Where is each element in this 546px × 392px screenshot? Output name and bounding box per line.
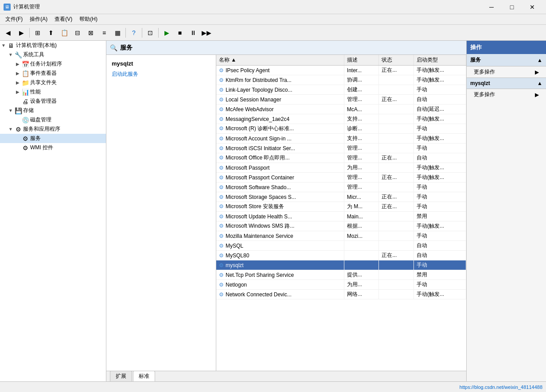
table-row[interactable]: ⚙Microsoft Office 即点即用...管理...正在...自动 [216, 153, 466, 163]
pause-service-button[interactable]: ⏸ [187, 27, 199, 39]
table-row[interactable]: ⚙Microsoft Account Sign-in ...支持...手动(触发… [216, 134, 466, 144]
tab-standard[interactable]: 标准 [133, 371, 155, 381]
tree-item-device-mgr[interactable]: 🖨 设备管理器 [0, 97, 106, 106]
table-row[interactable]: ⚙Microsoft iSCSI Initiator Ser...管理...手动 [216, 144, 466, 153]
restart-service-button[interactable]: ▶▶ [200, 27, 213, 39]
menu-help[interactable]: 帮助(H) [76, 15, 101, 24]
detail-button[interactable]: ▦ [111, 27, 124, 39]
tree-item-task-scheduler[interactable]: ▶ 📅 任务计划程序 [0, 59, 106, 69]
table-row[interactable]: ⚙Net.Tcp Port Sharing Service提供...禁用 [216, 270, 466, 280]
tree-item-services-apps[interactable]: ▼ ⚙ 服务和应用程序 [0, 124, 106, 134]
tree-item-services[interactable]: ⚙ 服务 [0, 134, 106, 143]
table-row[interactable]: ⚙Microsoft Software Shado...管理...手动 [216, 182, 466, 192]
status-link[interactable]: https://blog.csdn.net/weixin_48114488 [460, 384, 542, 390]
properties-button[interactable]: ⊡ [144, 27, 156, 39]
tree-label: 系统工具 [23, 51, 44, 58]
bottom-tabs: 扩展 标准 [106, 371, 466, 381]
expand-icon: ▶ [14, 80, 21, 85]
disk-mgmt-icon: 💿 [21, 116, 29, 124]
menu-action[interactable]: 操作(A) [26, 15, 51, 24]
table-row[interactable]: ⚙Network Connected Devic...网络...手动(触发... [216, 290, 466, 299]
tree-item-wmi[interactable]: ⚙ WMI 控件 [0, 143, 106, 152]
table-row[interactable]: ⚙KtmRm for Distributed Tra...协调...手动(触发.… [216, 75, 466, 85]
table-row[interactable]: ⚙Local Session Manager管理...正在...自动 [216, 95, 466, 105]
table-row[interactable]: ⚙Microsoft Passport Container管理...正在...手… [216, 173, 466, 182]
tree-item-shared-folders[interactable]: ▶ 📁 共享文件夹 [0, 78, 106, 87]
table-row[interactable]: ⚙Netlogon为用...手动 [216, 280, 466, 290]
col-header-status[interactable]: 状态 [379, 55, 414, 66]
table-row[interactable]: ⚙Microsoft Update Health S...Main...禁用 [216, 212, 466, 221]
table-row[interactable]: ⚙Microsoft (R) 诊断中心标准...诊断...手动 [216, 124, 466, 134]
actions-section-mysqlzt[interactable]: mysqlzt ▲ [467, 78, 546, 89]
col-header-startup[interactable]: 启动类型 [414, 55, 466, 66]
minimize-button[interactable]: ─ [481, 0, 502, 14]
maximize-button[interactable]: □ [502, 0, 522, 14]
app-icon: 🖥 [4, 4, 11, 11]
table-row[interactable]: ⚙McAfee WebAdvisorMcA...自动(延迟... [216, 105, 466, 114]
tree-label: 服务和应用程序 [23, 125, 60, 133]
col-header-name[interactable]: 名称 ▲ [216, 55, 344, 66]
table-row[interactable]: ⚙MySQL80正在...自动 [216, 251, 466, 260]
panel-title: 服务 [120, 44, 133, 52]
tree-item-performance[interactable]: ▶ 📊 性能 [0, 87, 106, 97]
start-service-link[interactable]: 启动此服务 [112, 71, 138, 77]
table-row[interactable]: ⚙MessagingService_1ae2c4支持...手动(触发... [216, 114, 466, 124]
service-status-cell: 正在... [379, 173, 414, 182]
actions-more-services[interactable]: 更多操作 ▶ [467, 66, 546, 78]
stop-service-button[interactable]: ■ [174, 27, 186, 39]
table-row[interactable]: ⚙Microsoft Passport为用...手动(触发... [216, 163, 466, 173]
gear-icon: ⚙ [219, 116, 224, 122]
table-row[interactable]: ⚙IPsec Policy AgentInter...正在...手动(触发... [216, 66, 466, 75]
menu-file[interactable]: 文件(F) [2, 15, 26, 24]
services-table-container[interactable]: 名称 ▲ 描述 状态 启动类型 ⚙IPsec Policy AgentInter… [216, 55, 466, 371]
expand-icon: ▼ [7, 127, 14, 132]
tree-item-disk-mgmt[interactable]: 💿 磁盘管理 [0, 115, 106, 124]
table-row[interactable]: ⚙Link-Layer Topology Disco...创建...手动 [216, 85, 466, 95]
left-panel: ▼ 🖥 计算机管理(本地) ▼ 🔧 系统工具 ▶ 📅 任务计划程序 ▶ 📋 事件… [0, 41, 106, 381]
service-desc-cell: McA... [344, 105, 379, 114]
up-button[interactable]: ⬆ [45, 27, 57, 39]
forward-button[interactable]: ▶ [15, 27, 27, 39]
table-row[interactable]: ⚙mysqlzt手动 [216, 260, 466, 270]
table-row[interactable]: ⚙Microsoft Store 安装服务为 M...正在...手动 [216, 202, 466, 212]
menu-view[interactable]: 查看(V) [51, 15, 76, 24]
tree-item-storage[interactable]: ▼ 💾 存储 [0, 106, 106, 115]
service-startup-cell: 自动 [414, 153, 466, 163]
tree-label: 磁盘管理 [30, 116, 51, 124]
service-desc-cell: 诊断... [344, 124, 379, 134]
table-row[interactable]: ⚙MySQL自动 [216, 241, 466, 251]
tree-item-system-tools[interactable]: ▼ 🔧 系统工具 [0, 50, 106, 59]
small-icons-button[interactable]: ⊠ [85, 27, 97, 39]
tab-expand[interactable]: 扩展 [110, 371, 132, 381]
start-service-button[interactable]: ▶ [160, 27, 173, 39]
actions-section-services[interactable]: 服务 ▲ [467, 54, 546, 66]
table-row[interactable]: ⚙Mozilla Maintenance ServiceMozi...手动 [216, 231, 466, 241]
col-header-desc[interactable]: 描述 [344, 55, 379, 66]
list-button[interactable]: ≡ [98, 27, 110, 39]
large-icons-button[interactable]: ⊟ [71, 27, 84, 39]
show-hide-tree-button[interactable]: ⊞ [31, 27, 44, 39]
back-button[interactable]: ◀ [2, 27, 14, 39]
tree-label: 事件查看器 [30, 70, 57, 77]
tree-item-computer-mgmt[interactable]: ▼ 🖥 计算机管理(本地) [0, 41, 106, 50]
gear-icon: ⚙ [219, 233, 224, 239]
help-button[interactable]: ? [128, 27, 140, 39]
tree-item-event-viewer[interactable]: ▶ 📋 事件查看器 [0, 69, 106, 78]
expand-icon: ▶ [14, 71, 21, 76]
service-desc-cell: Mozi... [344, 231, 379, 241]
show-button[interactable]: 📋 [58, 27, 70, 39]
expand-icon: ▼ [7, 108, 14, 113]
tree-label: 服务 [30, 135, 41, 142]
performance-icon: 📊 [21, 89, 29, 96]
service-status-cell [379, 280, 414, 290]
window-controls[interactable]: ─ □ ✕ [481, 0, 542, 14]
service-status-cell [379, 270, 414, 280]
close-button[interactable]: ✕ [522, 0, 542, 14]
actions-more-mysqlzt[interactable]: 更多操作 ▶ [467, 89, 546, 100]
service-startup-cell: 禁用 [414, 270, 466, 280]
service-desc-cell: 管理... [344, 153, 379, 163]
table-row[interactable]: ⚙Microsoft Windows SMS 路...根据...手动(触发... [216, 221, 466, 231]
service-status-cell [379, 114, 414, 124]
table-row[interactable]: ⚙Microsoft Storage Spaces S...Micr...正在.… [216, 192, 466, 202]
service-name-cell: ⚙Microsoft iSCSI Initiator Ser... [216, 144, 344, 153]
